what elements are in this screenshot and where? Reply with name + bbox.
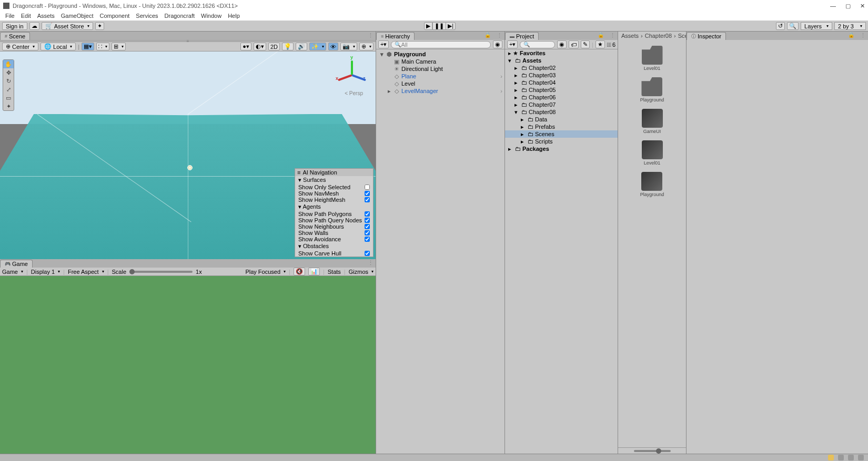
play-focused-dropdown[interactable]: Play Focused	[245, 269, 286, 275]
tab-game[interactable]: 🎮Game	[0, 260, 33, 268]
hierarchy-list[interactable]: ▾⬢Playground▣Main Camera☀Directional Lig…	[376, 49, 504, 454]
minimize-button[interactable]: —	[830, 3, 836, 9]
hierarchy-item[interactable]: ▸◇LevelManager›	[376, 87, 504, 95]
status-icon[interactable]	[828, 455, 834, 460]
hierarchy-searchmode-button[interactable]: ◉	[493, 40, 502, 48]
menu-dragoncraft[interactable]: Dragoncraft	[165, 13, 195, 19]
hierarchy-pane-menu-icon[interactable]: ⋮	[497, 32, 502, 39]
step-button[interactable]: ▶|	[446, 22, 456, 30]
directional-light-gizmo-icon[interactable]	[187, 165, 193, 170]
asset-item[interactable]: GameUI	[642, 109, 663, 134]
favorites-item[interactable]: ▸ ★ Favorites	[505, 49, 618, 57]
layers-dropdown[interactable]: Layers	[801, 22, 832, 30]
nav-checkbox[interactable]	[365, 237, 370, 242]
nav-checkbox[interactable]	[365, 230, 370, 235]
project-pane-menu-icon[interactable]: ⋮	[610, 32, 615, 39]
signin-button[interactable]: Sign in	[2, 22, 27, 30]
project-lock-icon[interactable]: 🔒	[598, 32, 604, 38]
cloud-button[interactable]: ☁	[29, 22, 39, 30]
scene-pivot-dropdown[interactable]: ⊕Center	[2, 43, 38, 50]
menu-file[interactable]: File	[5, 13, 15, 19]
nav-agent-row[interactable]: Show Avoidance	[295, 236, 373, 242]
breadcrumb[interactable]: Assets› Chapter08› Scen	[618, 32, 686, 39]
tab-hierarchy[interactable]: ≡Hierarchy	[376, 32, 415, 40]
maximize-button[interactable]: ▢	[845, 3, 851, 9]
play-button[interactable]: ▶	[424, 22, 432, 30]
search-button[interactable]: 🔍	[787, 22, 799, 30]
asset-item[interactable]: Level01	[642, 140, 663, 166]
menu-component[interactable]: Component	[99, 13, 129, 19]
project-tree-item[interactable]: ▸🗀Packages	[505, 145, 618, 152]
project-tree-item[interactable]: ▾🗀Chapter08	[505, 108, 618, 116]
project-tree-item[interactable]: ▸🗀Chapter03	[505, 71, 618, 79]
scene-grid-button[interactable]: ▦▾	[82, 43, 94, 50]
aspect-dropdown[interactable]: Free Aspect	[68, 269, 104, 275]
orientation-gizmo[interactable]: x y z	[338, 60, 366, 88]
scene-audio-button[interactable]: 🔊	[296, 43, 307, 50]
nav-checkbox[interactable]	[365, 185, 370, 190]
nav-checkbox[interactable]	[365, 191, 370, 196]
tab-inspector[interactable]: ⓘInspector	[687, 32, 726, 40]
scene-pane-menu-icon[interactable]: ⋮	[368, 32, 374, 39]
transform-tool-button[interactable]: ✦	[3, 102, 14, 110]
menu-edit[interactable]: Edit	[21, 13, 31, 19]
project-tree-item[interactable]: ▸🗀Scenes	[505, 130, 618, 138]
hierarchy-lock-icon[interactable]: 🔒	[485, 32, 491, 38]
nav-surface-row[interactable]: Show HeightMesh	[295, 197, 373, 203]
status-icon[interactable]	[858, 455, 864, 460]
rotate-tool-button[interactable]: ↻	[3, 77, 14, 85]
nav-checkbox[interactable]	[365, 211, 370, 217]
project-tree-item[interactable]: ▸🗀Chapter06	[505, 94, 618, 101]
asset-grid[interactable]: Level01PlaygroundGameUILevel01Playground	[618, 39, 686, 447]
project-save-search-button[interactable]: ✎	[581, 40, 590, 48]
scene-fx-button[interactable]: ✨	[309, 43, 326, 50]
project-tree-item[interactable]: ▸🗀Prefabs	[505, 123, 618, 130]
game-gizmos-dropdown[interactable]: Gizmos	[349, 269, 374, 275]
game-pane-menu-icon[interactable]: ⋮	[368, 260, 374, 267]
status-icon[interactable]	[838, 455, 844, 460]
stats-toggle[interactable]: Stats	[328, 269, 341, 275]
nav-obstacle-row[interactable]: Show Carve Hull	[295, 250, 373, 257]
hierarchy-add-button[interactable]: +▾	[378, 40, 389, 48]
layout-dropdown[interactable]: 2 by 3	[834, 22, 866, 30]
nav-overlay-header[interactable]: ≡ AI Navigation	[295, 169, 373, 176]
project-tree-item[interactable]: ▾🗀Assets	[505, 57, 618, 64]
inspector-pane-menu-icon[interactable]: ⋮	[860, 32, 866, 39]
scene-shading-button[interactable]: ◐▾	[254, 43, 266, 50]
inspector-lock-icon[interactable]: 🔒	[848, 32, 854, 38]
menu-gameobject[interactable]: GameObject	[61, 13, 94, 19]
hierarchy-item[interactable]: ◇Level	[376, 80, 504, 87]
project-tree-item[interactable]: ▸🗀Scripts	[505, 138, 618, 145]
move-tool-button[interactable]: ✥	[3, 68, 14, 77]
scale-tool-button[interactable]: ⤢	[3, 85, 14, 94]
rect-tool-button[interactable]: ▭	[3, 94, 14, 102]
scene-gizmos-button[interactable]: ⊕	[359, 43, 374, 50]
scene-camera-button[interactable]: 📷	[340, 43, 357, 50]
game-viewport[interactable]	[0, 276, 376, 454]
asset-size-slider[interactable]	[618, 447, 686, 454]
nav-checkbox[interactable]	[365, 251, 370, 256]
project-filter-label-button[interactable]: 🏷	[569, 40, 579, 48]
vsync-button[interactable]: 📊	[308, 268, 320, 275]
nav-obstacles-section[interactable]: ▾ Obstacles	[295, 242, 373, 250]
nav-checkbox[interactable]	[365, 224, 370, 229]
project-add-button[interactable]: +▾	[507, 40, 518, 48]
project-tree-item[interactable]: ▸🗀Data	[505, 116, 618, 123]
project-favorite-button[interactable]: ★	[596, 40, 605, 48]
breadcrumb-item[interactable]: Scen	[678, 33, 686, 39]
scene-increment-button[interactable]: ⊞	[112, 43, 126, 50]
preview-packages-button[interactable]: ✦	[95, 22, 104, 30]
hierarchy-item[interactable]: ◇Plane›	[376, 73, 504, 80]
game-mode-dropdown[interactable]: Game	[2, 269, 23, 275]
tab-project[interactable]: ▬Project	[505, 32, 539, 40]
status-icon[interactable]	[848, 455, 854, 460]
nav-checkbox[interactable]	[365, 197, 370, 202]
project-tree-item[interactable]: ▸🗀Chapter07	[505, 101, 618, 108]
project-tree-item[interactable]: ▸🗀Chapter02	[505, 64, 618, 71]
project-tree-item[interactable]: ▸🗀Chapter05	[505, 86, 618, 94]
project-filter-type-button[interactable]: ◉	[557, 40, 567, 48]
asset-item[interactable]: Level01	[642, 46, 663, 71]
asset-item[interactable]: Playground	[640, 172, 664, 197]
hierarchy-item[interactable]: ▣Main Camera	[376, 58, 504, 65]
scene-snap-button[interactable]: ⸬	[96, 43, 109, 50]
